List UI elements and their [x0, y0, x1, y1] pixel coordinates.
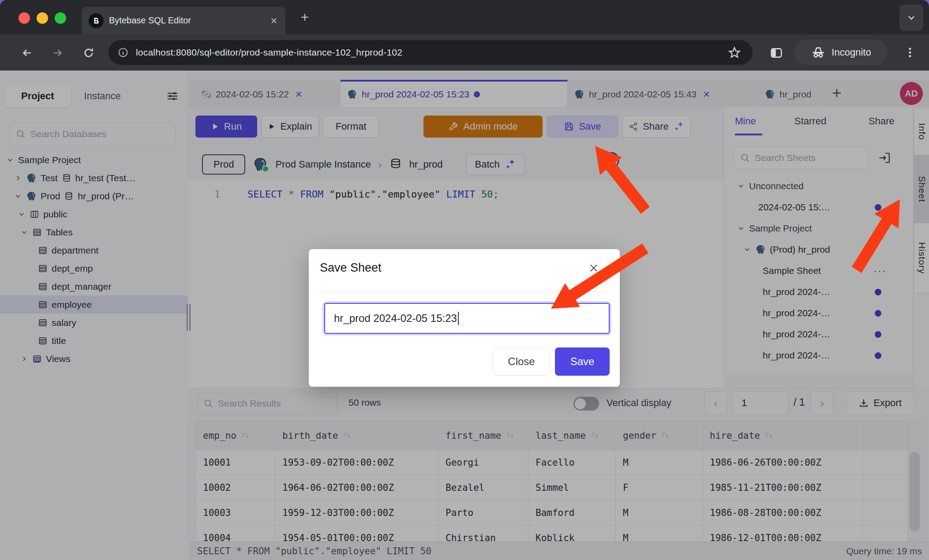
dialog-title: Save Sheet — [320, 261, 382, 275]
side-panel-icon[interactable] — [769, 46, 783, 60]
tab-search-chevron-icon[interactable] — [899, 4, 923, 31]
sheet-name-input[interactable]: hr_prod 2024-02-05 15:23 — [324, 303, 610, 334]
browser-tab-title: Bytebase SQL Editor — [109, 15, 264, 26]
text-caret — [458, 312, 459, 325]
save-sheet-dialog: Save Sheet hr_prod 2024-02-05 15:23 Clos… — [309, 249, 620, 387]
back-icon[interactable] — [20, 46, 34, 60]
browser-window: Bytebase SQL Editor localhost:8080/sql-e… — [0, 0, 929, 560]
minimize-window-button[interactable] — [37, 12, 48, 24]
site-info-icon[interactable] — [117, 47, 129, 58]
browser-tab[interactable]: Bytebase SQL Editor — [82, 7, 285, 34]
reload-icon[interactable] — [82, 46, 95, 60]
new-tab-icon[interactable] — [299, 11, 311, 23]
incognito-label: Incognito — [832, 47, 871, 58]
close-window-button[interactable] — [19, 12, 30, 24]
incognito-badge: Incognito — [794, 40, 888, 65]
browser-tabstrip: Bytebase SQL Editor — [0, 0, 929, 34]
browser-menu-kebab-icon[interactable] — [903, 46, 917, 59]
browser-toolbar: localhost:8080/sql-editor/prod-sample-in… — [0, 34, 929, 71]
browser-tab-close-icon[interactable] — [270, 16, 278, 25]
screen: Bytebase SQL Editor localhost:8080/sql-e… — [0, 0, 929, 560]
sheet-name-value: hr_prod 2024-02-05 15:23 — [334, 312, 457, 325]
forward-icon[interactable] — [51, 46, 64, 60]
url-text: localhost:8080/sql-editor/prod-sample-in… — [136, 47, 402, 58]
incognito-icon — [810, 45, 826, 60]
bytebase-favicon-icon — [89, 13, 104, 28]
url-bar[interactable]: localhost:8080/sql-editor/prod-sample-in… — [109, 40, 753, 65]
dialog-close-icon[interactable] — [588, 262, 599, 274]
dialog-save-button[interactable]: Save — [555, 347, 610, 376]
maximize-window-button[interactable] — [55, 12, 66, 24]
dialog-close-button[interactable]: Close — [493, 347, 550, 376]
bookmark-star-icon[interactable] — [727, 45, 742, 60]
dialog-divider — [318, 291, 610, 291]
